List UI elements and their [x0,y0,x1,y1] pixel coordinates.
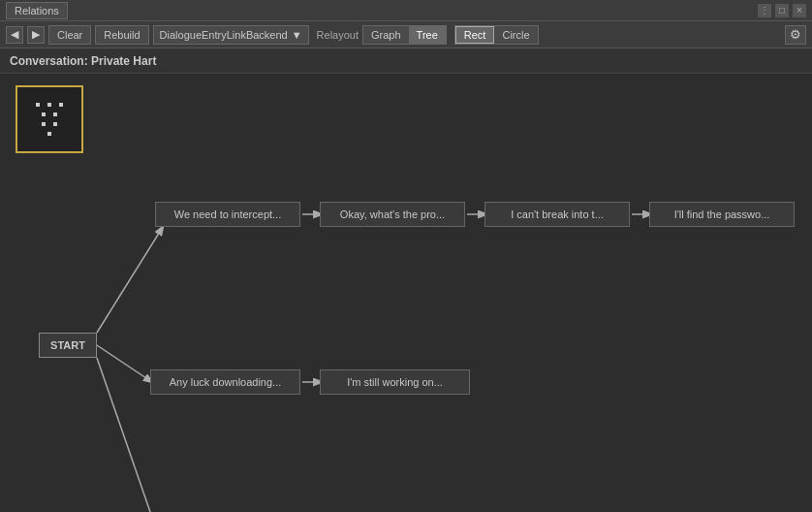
rect-shape-button[interactable]: Rect [455,26,495,44]
node-n2[interactable]: Okay, what's the pro... [320,202,465,227]
minimize-button[interactable]: □ [775,4,789,17]
svg-line-1 [97,227,163,333]
graph-canvas[interactable]: STARTWe need to intercept...Okay, what's… [0,74,812,512]
circle-shape-button[interactable]: Circle [494,26,537,44]
node-n5[interactable]: Any luck downloading... [150,369,300,395]
toolbar: ◀ ▶ Clear Rebuild DialogueEntryLinkBacke… [0,21,812,48]
relayout-label: Relayout [317,29,359,41]
close-button[interactable]: × [793,4,806,17]
svg-line-5 [97,345,152,382]
settings-button[interactable]: ⚙ [785,25,806,45]
menu-button[interactable]: ⋮ [758,4,771,17]
thumbnail-dots [17,87,81,151]
node-n6[interactable]: I'm still working on... [320,369,470,395]
tree-view-button[interactable]: Tree [409,26,446,44]
backend-dropdown[interactable]: DialogueEntryLinkBackend ▼ [153,25,309,45]
view-toggle: Graph Tree [362,25,447,45]
relations-tab[interactable]: Relations [6,2,68,19]
node-n4[interactable]: I'll find the passwo... [649,202,795,227]
node-start[interactable]: START [39,333,97,358]
arrows-overlay [0,74,812,512]
title-bar: Relations ⋮ □ × [0,0,812,21]
rebuild-button[interactable]: Rebuild [95,25,148,45]
thumbnail-preview [16,85,83,153]
clear-button[interactable]: Clear [48,25,91,45]
node-n3[interactable]: I can't break into t... [484,202,630,227]
shape-toggle: Rect Circle [454,25,539,45]
svg-line-7 [97,358,158,512]
nav-back-button[interactable]: ◀ [6,26,23,44]
node-n1[interactable]: We need to intercept... [155,202,300,227]
nav-forward-button[interactable]: ▶ [27,26,45,44]
conversation-header: Conversation: Private Hart [0,48,812,74]
graph-view-button[interactable]: Graph [363,26,409,44]
